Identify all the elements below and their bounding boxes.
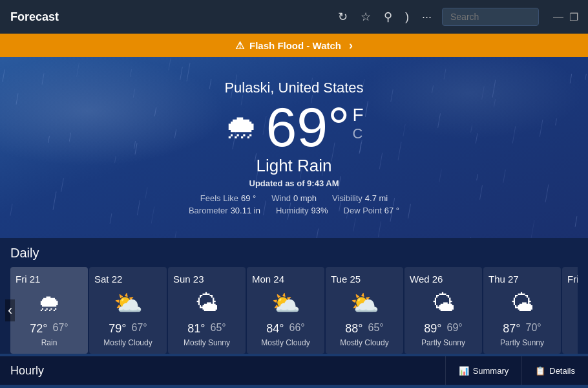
day-high: 79° bbox=[109, 322, 126, 336]
day-name: Tue 25 bbox=[331, 274, 361, 285]
barometer: Barometer 30.11 in bbox=[189, 206, 260, 215]
summary-icon: 📊 bbox=[459, 366, 469, 376]
day-name: Sun 23 bbox=[173, 274, 204, 285]
day-temps: 84° 66° bbox=[266, 322, 304, 336]
title-bar: Forecast ↻ ☆ ⚲ ) ··· — ❐ bbox=[0, 0, 588, 34]
day-desc: Partly Sunny bbox=[421, 338, 465, 347]
day-low: 67° bbox=[53, 322, 68, 336]
visibility: Visibility 4.7 mi bbox=[332, 193, 388, 203]
day-icon: 🌧 bbox=[37, 290, 61, 317]
day-card-4[interactable]: Tue 25 ⛅ 88° 65° Mostly Cloudy bbox=[326, 267, 403, 354]
daily-scroll-container: Fri 21 🌧 72° 67° Rain Sat 22 ⛅ 79° 67° M… bbox=[10, 267, 578, 354]
day-desc: Mostly Sunny bbox=[184, 338, 230, 347]
day-low: 66° bbox=[289, 322, 305, 336]
day-card-1[interactable]: Sat 22 ⛅ 79° 67° Mostly Cloudy bbox=[89, 267, 167, 354]
alert-banner[interactable]: ⚠ Flash Flood - Watch › bbox=[0, 34, 588, 57]
day-high: 72° bbox=[30, 322, 47, 336]
day-name: Mon 24 bbox=[252, 274, 284, 285]
window-controls: — ❐ bbox=[554, 13, 578, 21]
day-high: 89° bbox=[424, 322, 441, 336]
day-temps: 72° 67° bbox=[30, 322, 68, 336]
pin-icon[interactable]: ⚲ bbox=[384, 10, 392, 24]
day-low: 67° bbox=[132, 322, 147, 336]
feels-like: Feels Like 69 ° bbox=[200, 193, 257, 203]
day-temps: 79° 67° bbox=[109, 322, 147, 336]
day-card-0[interactable]: Fri 21 🌧 72° 67° Rain bbox=[10, 267, 88, 354]
dew-point: Dew Point 67 ° bbox=[344, 206, 400, 215]
day-card-5[interactable]: Wed 26 🌤 89° 69° Partly Sunny bbox=[404, 267, 482, 354]
humidity: Humidity 93% bbox=[276, 206, 328, 215]
hourly-title: Hourly bbox=[0, 356, 445, 385]
day-high: 87° bbox=[503, 322, 520, 336]
day-icon: 🌤 bbox=[432, 290, 455, 317]
day-temps: 88° 65° bbox=[345, 322, 383, 336]
day-desc: Mostly Cloudy bbox=[103, 338, 152, 347]
day-low: 65° bbox=[211, 322, 226, 336]
temperature-value: 69° bbox=[266, 99, 350, 155]
day-name: Sat 22 bbox=[94, 274, 122, 285]
search-input[interactable] bbox=[442, 8, 539, 26]
night-icon[interactable]: ) bbox=[405, 10, 409, 24]
summary-label: Summary bbox=[473, 366, 509, 376]
refresh-icon[interactable]: ↻ bbox=[338, 10, 348, 24]
day-desc: Mostly Cloudy bbox=[261, 338, 310, 347]
day-low: 65° bbox=[368, 322, 384, 336]
condition-text: Light Rain bbox=[256, 156, 331, 176]
summary-tab[interactable]: 📊 Summary bbox=[445, 356, 522, 385]
minimize-button[interactable]: — bbox=[554, 13, 562, 21]
weather-details-row2: Barometer 30.11 in Humidity 93% Dew Poin… bbox=[189, 206, 399, 215]
more-icon[interactable]: ··· bbox=[422, 10, 432, 24]
day-name: Wed 26 bbox=[410, 274, 443, 285]
day-high: 84° bbox=[266, 322, 284, 336]
toolbar-icons: ↻ ☆ ⚲ ) ··· bbox=[338, 10, 432, 24]
bottom-bar: Hourly 📊 Summary 📋 Details bbox=[0, 356, 588, 385]
day-low: 70° bbox=[526, 322, 541, 336]
daily-title: Daily bbox=[10, 246, 578, 261]
maximize-button[interactable]: ❐ bbox=[570, 13, 578, 21]
scroll-left-button[interactable]: ‹ bbox=[5, 299, 15, 321]
details-label: Details bbox=[549, 366, 575, 376]
wind: Wind 0 mph bbox=[271, 193, 317, 203]
updated-text: Updated as of 9:43 AM bbox=[249, 178, 339, 188]
day-desc: Rain bbox=[41, 338, 58, 347]
alert-chevron-icon[interactable]: › bbox=[349, 39, 353, 52]
day-low: 69° bbox=[447, 322, 463, 336]
alert-icon: ⚠ bbox=[235, 39, 244, 52]
details-icon: 📋 bbox=[535, 366, 545, 376]
current-weather-icon: 🌧 bbox=[224, 107, 258, 146]
day-icon: 🌤 bbox=[195, 290, 218, 317]
day-icon: ⛅ bbox=[271, 290, 300, 317]
unit-f-button[interactable]: F bbox=[352, 105, 363, 125]
temperature-row: 🌧 69° F C bbox=[224, 99, 363, 155]
day-high: 81° bbox=[187, 322, 205, 336]
unit-toggle: F C bbox=[352, 105, 363, 142]
unit-c-button[interactable]: C bbox=[352, 125, 363, 142]
location-text: Pulaski, United States bbox=[224, 80, 363, 96]
day-card-7[interactable]: Fri 28 ⛅ 82° 68° Light Rain bbox=[562, 267, 578, 354]
day-desc: Partly Sunny bbox=[500, 338, 544, 347]
alert-text: Flash Flood - Watch bbox=[249, 40, 341, 51]
weather-main: Pulaski, United States 🌧 69° F C Light R… bbox=[0, 57, 588, 238]
day-name: Fri 28 bbox=[567, 274, 578, 285]
favorite-icon[interactable]: ☆ bbox=[361, 10, 371, 24]
day-icon: ⛅ bbox=[350, 290, 379, 317]
day-temps: 87° 70° bbox=[503, 322, 541, 336]
day-temps: 81° 65° bbox=[187, 322, 226, 336]
day-desc: Mostly Cloudy bbox=[340, 338, 388, 347]
day-high: 88° bbox=[345, 322, 362, 336]
day-card-6[interactable]: Thu 27 🌤 87° 70° Partly Sunny bbox=[483, 267, 561, 354]
day-icon: ⛅ bbox=[114, 290, 143, 317]
day-temps: 89° 69° bbox=[424, 322, 462, 336]
day-icon: 🌤 bbox=[510, 290, 534, 317]
day-name: Fri 21 bbox=[16, 274, 40, 285]
bottom-tabs: 📊 Summary 📋 Details bbox=[445, 356, 588, 385]
app-title: Forecast bbox=[10, 10, 59, 24]
details-tab[interactable]: 📋 Details bbox=[521, 356, 588, 385]
weather-details-row1: Feels Like 69 ° Wind 0 mph Visibility 4.… bbox=[200, 193, 388, 203]
day-card-2[interactable]: Sun 23 🌤 81° 65° Mostly Sunny bbox=[168, 267, 246, 354]
daily-section: Daily ‹ Fri 21 🌧 72° 67° Rain Sat 22 ⛅ 7… bbox=[0, 238, 588, 354]
day-card-3[interactable]: Mon 24 ⛅ 84° 66° Mostly Cloudy bbox=[247, 267, 324, 354]
day-name: Thu 27 bbox=[488, 274, 519, 285]
